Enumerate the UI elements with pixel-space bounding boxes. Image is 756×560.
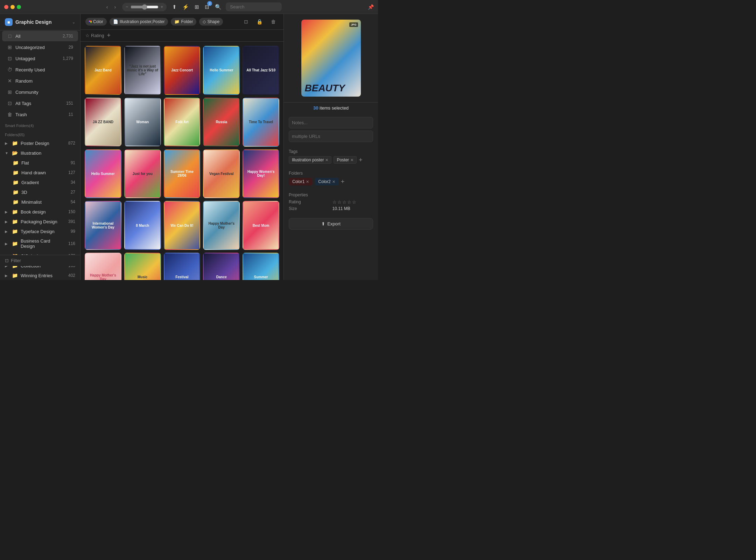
grid-item[interactable]: Hello Summer [85,149,121,198]
grid-item[interactable]: Russia [203,98,240,147]
grid-item[interactable]: Best Mom [243,201,279,250]
sidebar-item-random[interactable]: ✕ Random [2,76,78,86]
folder-poster-design[interactable]: ▶ 📁 Poster Design 872 [0,138,80,148]
folder-icon: 📁 [12,229,18,234]
minimize-button[interactable] [10,5,15,9]
search-icon[interactable]: 🔍 [214,2,223,12]
add-filter-button[interactable]: + [107,32,111,39]
archive-action[interactable]: ⊡ [241,18,251,26]
folder-winning[interactable]: ▶ 📁 Winning Entries 402 [0,271,80,280]
color-dot [89,20,92,23]
folder-icon: 📁 [12,209,18,215]
export-button[interactable]: ⬆ Export [289,218,373,230]
folder-gradient[interactable]: 📁 Gradient 34 [0,177,80,187]
remove-tag-icon[interactable]: ✕ [350,158,354,162]
sidebar-item-uncategorized[interactable]: ⊞ Uncategorized 29 [2,42,78,52]
close-button[interactable] [4,5,8,9]
back-button[interactable]: ‹ [104,3,110,11]
count-label: items selected [320,105,349,111]
grid-item[interactable]: Vegan Festival [203,149,240,198]
color-chip[interactable]: Color [85,18,107,26]
rating-button[interactable]: ☆ Rating [85,33,104,38]
selection-count: 30 items selected [284,103,378,113]
folder-packaging[interactable]: ▶ 📁 Packaging Design 391 [0,217,80,226]
grid-item-image: Hello Summer [204,47,239,94]
grid-item[interactable]: Happy Women's Day! [243,149,279,198]
grid-item[interactable]: JA ZZ BAND [85,98,121,147]
tag-illustration-poster[interactable]: Illustration poster ✕ [289,156,331,164]
folders-panel-section: Folders Color1 ✕ Color2 ✕ + [284,167,378,189]
url-input[interactable] [289,131,373,142]
grid-item-image: 8 March [125,202,160,249]
right-panel: JPG BEAUTY 30 items selected Tags Illust… [284,14,378,280]
tags-icon: ⊡ [7,100,13,106]
grid-item[interactable]: Time To Travel [243,98,279,147]
grid-item[interactable]: We Can Do It! [164,201,201,250]
grid-item[interactable]: Summer Time 29/06 [164,149,201,198]
grid-item[interactable]: "Jazz is not just music it's a Way of Li… [124,46,161,95]
forward-button[interactable]: › [112,3,118,11]
grid-item[interactable]: Just for you [124,149,161,198]
tag-chip-illustration[interactable]: 📄 Illustration poster,Poster [110,18,168,26]
grid-item[interactable]: Summer [243,253,279,280]
zoom-plus-icon[interactable]: + [161,4,163,9]
grid-item[interactable]: Dance [203,253,240,280]
grid-item[interactable]: Happy Mother's Day [203,201,240,250]
grid-item[interactable]: Happy Mother's Day [85,253,121,280]
filter-button[interactable]: ⊡ Filter [5,258,21,263]
remove-folder-icon[interactable]: ✕ [306,180,309,184]
zoom-slider[interactable] [131,4,159,10]
notes-input[interactable] [289,117,373,128]
grid-item[interactable]: Folk Art [164,98,201,147]
grid-item[interactable]: Festival [164,253,201,280]
zoom-minus-icon[interactable]: − [126,4,128,9]
folder-3d[interactable]: 📁 3D 27 [0,187,80,197]
sidebar-item-all-tags[interactable]: ⊡ All Tags 151 [2,98,78,108]
grid-item[interactable]: Woman [124,98,161,147]
content-toolbar: Color 📄 Illustration poster,Poster 📁 Fol… [80,14,284,30]
sidebar-item-all[interactable]: □ All 2,731 [2,31,78,41]
folder-hand-drawn[interactable]: 📁 Hand drawn 127 [0,168,80,177]
layout-icon[interactable]: ⊞ [193,2,201,12]
grid-item[interactable]: 8 March [124,201,161,250]
folder-typeface[interactable]: ▶ 📁 Typeface Design 99 [0,226,80,236]
folder-minimalist[interactable]: 📁 Minimalist 54 [0,197,80,207]
star-icon: ☆ [85,33,90,38]
folder-illustration[interactable]: ▼ 📂 Illustration [0,148,80,158]
folders-row: Color1 ✕ Color2 ✕ + [289,178,373,186]
grid-item[interactable]: Hello Summer [203,46,240,95]
sidebar-item-community[interactable]: ⊞ Community [2,87,78,97]
remove-folder-icon[interactable]: ✕ [332,180,335,184]
grid-item[interactable]: All That Jazz 5/10 [243,46,279,95]
delete-action[interactable]: 🗑 [268,18,279,26]
add-tag-button[interactable]: + [359,156,363,164]
search-input[interactable] [226,2,282,11]
tag-poster[interactable]: Poster ✕ [334,156,357,164]
grid-item-image: Jazz Band [85,47,121,94]
folder-color1[interactable]: Color1 ✕ [289,178,313,186]
sidebar-item-trash[interactable]: 🗑 Trash 11 [2,109,78,120]
tag-chip-shape[interactable]: ◇ Shape [199,18,223,26]
folder-flat[interactable]: 📁 Flat 91 [0,158,80,168]
folder-business-card[interactable]: ▶ 📁 Business Card Design 116 [0,236,80,251]
grid-item[interactable]: Jazz Concert [164,46,201,95]
lock-action[interactable]: 🔒 [254,18,265,26]
filter-icon[interactable]: ⊟ 2 [203,2,211,12]
tag-chip-folder[interactable]: 📁 Folder [171,18,196,26]
remove-tag-icon[interactable]: ✕ [325,158,328,162]
upload-icon[interactable]: ⬆ [171,2,178,12]
grid-item-image: Dance [204,253,239,280]
sidebar-item-untagged[interactable]: ⊡ Untagged 1,279 [2,53,78,64]
grid-item[interactable]: Jazz Band [85,46,121,95]
sidebar-item-recently-used[interactable]: ⏱ Recently Used [2,64,78,75]
maximize-button[interactable] [17,5,21,9]
grid-item[interactable]: Music [124,253,161,280]
folder-book-design[interactable]: ▶ 📁 Book design 150 [0,207,80,217]
folder-color2[interactable]: Color2 ✕ [315,178,338,186]
app-icon: ■ [5,18,13,26]
bolt-icon[interactable]: ⚡ [181,2,190,12]
rating-stars[interactable]: ☆☆☆☆☆ [332,200,373,205]
add-folder-button[interactable]: + [341,178,345,186]
pin-button[interactable]: 📌 [368,4,374,10]
grid-item[interactable]: International Women's Day [85,201,121,250]
